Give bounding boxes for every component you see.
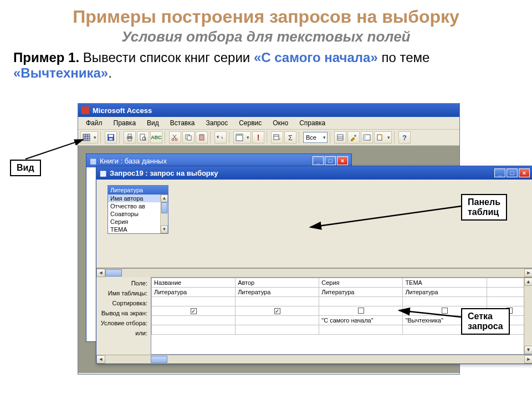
svg-rect-13 [128, 139, 131, 141]
top-values-combo[interactable]: Все [303, 132, 328, 143]
svg-rect-10 [109, 138, 112, 140]
scroll-down-icon[interactable]: ▼ [161, 226, 168, 233]
build-button[interactable] [347, 131, 360, 144]
app-titlebar[interactable]: Microsoft Access [78, 104, 459, 117]
menu-insert[interactable]: Вставка [166, 119, 200, 127]
field-list[interactable]: Имя автора Отчество ав Соавторы Серия ТЕ… [108, 195, 168, 233]
checkbox-icon[interactable] [358, 308, 364, 314]
cell-show[interactable] [319, 306, 403, 316]
scroll-left-icon[interactable]: ◄ [96, 269, 105, 277]
tables-pane[interactable]: Литература Имя автора Отчество ав Соавто… [96, 180, 532, 268]
svg-rect-26 [236, 134, 243, 136]
grid-hscroll[interactable]: ◄ ► [96, 355, 532, 364]
toolbar: ABC ! + Σ Все ? [78, 130, 459, 146]
svg-line-16 [145, 140, 146, 141]
checkbox-icon[interactable] [274, 308, 280, 314]
scroll-up-icon[interactable]: ▲ [161, 195, 168, 202]
cell-show[interactable] [152, 306, 236, 316]
menubar: Файл Правка Вид Вставка Запрос Сервис Ок… [78, 117, 459, 130]
max-button[interactable]: □ [507, 168, 518, 177]
scroll-left-icon[interactable]: ◄ [96, 355, 105, 364]
cell-criteria[interactable] [236, 316, 319, 325]
menu-window[interactable]: Окно [268, 119, 293, 127]
menu-edit[interactable]: Правка [109, 119, 141, 127]
field-item[interactable]: Отчество ав [108, 202, 168, 210]
properties-button[interactable] [334, 131, 346, 144]
row-field: Название Автор Серия ТЕМА [152, 278, 533, 288]
paste-button[interactable] [196, 131, 208, 144]
print-button[interactable] [124, 131, 136, 144]
access-icon [81, 106, 89, 114]
spellcheck-button[interactable]: ABC [150, 131, 162, 144]
menu-view[interactable]: Вид [142, 119, 163, 127]
field-list-scrollbar[interactable]: ▲ ▼ [160, 195, 168, 233]
table-source-box[interactable]: Литература Имя автора Отчество ав Соавто… [108, 185, 168, 234]
slide-subtitle: Условия отбора для текстовых полей [0, 28, 532, 45]
cell-table[interactable]: Литература [236, 288, 319, 297]
field-item[interactable]: Имя автора [108, 195, 168, 202]
cut-button[interactable] [169, 131, 181, 144]
table-source-name: Литература [108, 186, 168, 195]
upper-hscroll[interactable]: ◄ ► [96, 268, 532, 277]
slide-title: Примеры построения запросов на выборку [0, 7, 532, 27]
field-item[interactable]: Серия [108, 218, 168, 226]
label-sort: Сортировка: [96, 298, 151, 308]
scroll-right-icon[interactable]: ► [524, 355, 532, 364]
svg-rect-22 [187, 136, 191, 140]
mdi-area: ▦ Книги : база данных _ □ × ▦ Запрос19 :… [78, 146, 459, 373]
field-item[interactable]: ТЕМА [108, 226, 168, 233]
view-button[interactable] [80, 131, 98, 144]
cell-field[interactable]: Автор [236, 278, 319, 288]
menu-help[interactable]: Справка [295, 119, 330, 127]
query-type-button[interactable] [233, 131, 251, 144]
cell-field[interactable]: Название [152, 278, 236, 288]
menu-tools[interactable]: Сервис [234, 119, 266, 127]
cell-field[interactable]: Серия [319, 278, 403, 288]
scroll-right-icon[interactable]: ► [524, 269, 532, 277]
cell-criteria[interactable]: "С самого начала" [319, 316, 403, 325]
scroll-thumb[interactable] [105, 269, 122, 277]
min-button[interactable]: _ [494, 168, 505, 177]
query-window-title: Запрос19 : запрос на выборку [110, 169, 218, 177]
save-button[interactable] [105, 131, 117, 144]
svg-rect-24 [201, 134, 203, 135]
field-item[interactable]: Соавторы [108, 210, 168, 218]
svg-rect-30 [337, 135, 343, 140]
app-title: Microsoft Access [93, 106, 152, 115]
checkbox-icon[interactable] [442, 308, 448, 314]
cell-table[interactable]: Литература [152, 288, 236, 297]
help-button[interactable]: ? [398, 131, 411, 144]
undo-button[interactable] [214, 131, 227, 144]
cell-table[interactable]: Литература [319, 288, 403, 297]
show-table-button[interactable]: + [271, 131, 283, 144]
cell-field[interactable]: ТЕМА [403, 278, 487, 288]
scroll-thumb[interactable] [151, 356, 167, 363]
scroll-down-icon[interactable]: ▼ [524, 346, 532, 354]
menu-query[interactable]: Запрос [201, 119, 232, 127]
cell-table[interactable]: Литература [403, 288, 487, 297]
max-button[interactable]: □ [325, 156, 336, 165]
scroll-up-icon[interactable]: ▲ [524, 278, 532, 286]
db-window-icon: ▦ [90, 157, 96, 165]
grid-row-labels: Поле: Имя таблицы: Сортировка: Вывод на … [96, 277, 151, 355]
run-button[interactable]: ! [252, 131, 264, 144]
close-button[interactable]: × [337, 156, 348, 165]
db-window-button[interactable] [361, 131, 373, 144]
scroll-thumb[interactable] [161, 202, 167, 213]
grid-vscroll[interactable]: ▲ ▼ [524, 278, 532, 354]
close-button[interactable]: × [519, 168, 530, 177]
cell-show[interactable] [236, 306, 319, 316]
svg-point-33 [354, 135, 356, 137]
new-object-button[interactable] [374, 131, 392, 144]
label-show: Вывод на экран: [96, 308, 151, 318]
cell-criteria[interactable] [152, 316, 236, 325]
menu-file[interactable]: Файл [81, 119, 107, 127]
callout-view: Вид [10, 160, 41, 176]
print-preview-button[interactable] [137, 131, 149, 144]
totals-button[interactable]: Σ [284, 131, 296, 144]
access-app-window: Microsoft Access Файл Правка Вид Вставка… [78, 103, 460, 375]
min-button[interactable]: _ [313, 156, 324, 165]
copy-button[interactable] [182, 131, 195, 144]
query-window-icon: ▦ [100, 169, 106, 177]
checkbox-icon[interactable] [191, 308, 197, 314]
